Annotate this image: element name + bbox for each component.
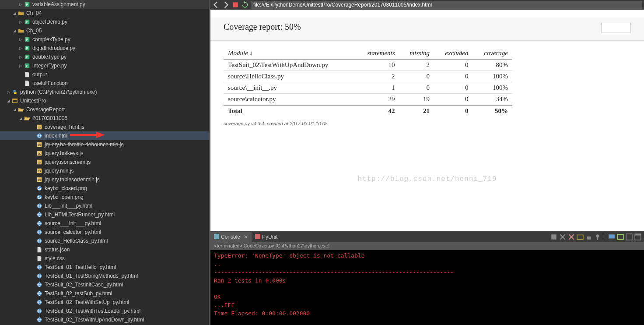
col-module[interactable]: Module ↓ [224,47,355,59]
svg-point-30 [37,195,42,200]
url-field[interactable] [251,1,642,9]
tree-item[interactable]: source_calcutor_py.html [0,228,209,237]
tree-item[interactable]: Lib___init___py.html [0,201,209,210]
tree-item[interactable]: JSjquery.isonscreen.js [0,158,209,166]
expand-arrow-icon[interactable]: ◢ [5,99,11,103]
tree-item[interactable]: TestSuit_02_TestinitCase_py.html [0,280,209,289]
tree-item[interactable]: keybd_closed.png [0,184,209,193]
tree-item[interactable]: JSjquery.ba-throttle-debounce.min.js [0,140,209,149]
tree-item[interactable]: index.html [0,131,209,140]
close-icon[interactable]: ✕ [244,234,248,240]
tree-item[interactable]: status.json [0,245,209,254]
tree-item[interactable]: TestSuit_01_TestHello_py.html [0,263,209,272]
terminate-icon[interactable] [550,233,557,240]
tree-item[interactable]: ▷PcomplexType.py [0,35,209,44]
expand-arrow-icon[interactable]: ◢ [11,28,18,33]
table-row[interactable]: source\__init__.py100100% [224,82,512,94]
tree-item[interactable]: source_HelloClass_py.html [0,237,209,245]
svg-text:JS: JS [38,170,41,173]
tree-item[interactable]: TestSuit_01_TestStringMethods_py.html [0,272,209,280]
tree-item[interactable]: ▷PdoubleType.py [0,53,209,61]
svg-text:P: P [26,64,28,67]
tree-item[interactable]: TestSuit_02_TestWithUpAndDown_py.html [0,315,209,324]
expand-arrow-icon[interactable]: ▷ [18,2,24,7]
project-explorer[interactable]: ▷PvariableAssignment.py◢Ch_04▷PobjectDem… [0,0,209,325]
col-excluded[interactable]: excluded [434,47,472,59]
col-statements[interactable]: statements [355,47,399,59]
tree-item[interactable]: JSjquery.hotkeys.js [0,149,209,158]
tree-item[interactable]: TestSuit_02_TestWithSetUp_py.html [0,298,209,307]
tree-item[interactable]: output [0,70,209,79]
back-button[interactable] [212,1,220,9]
table-row[interactable]: source\HelloClass.py200100% [224,71,512,82]
tab-console[interactable]: Console ✕ [210,232,252,242]
remove-icon[interactable] [559,233,566,240]
remove-all-icon[interactable] [568,233,575,240]
cell-module: source\calcutor.py [224,94,355,106]
tree-item[interactable]: ▷PintegerType.py [0,61,209,70]
filter-input[interactable] [601,23,631,32]
tree-item[interactable]: keybd_open.png [0,193,209,201]
table-row[interactable]: TestSuit_02\TestWithUpAndDown.py102080% [224,59,512,71]
console-line: ...FFF [214,301,640,310]
tree-item[interactable]: source___init___py.html [0,219,209,228]
stop-button[interactable] [231,1,239,9]
tree-item[interactable]: usefullFunction [0,79,209,88]
folder-icon [18,27,24,34]
expand-arrow-icon[interactable]: ▷ [18,64,24,68]
expand-arrow-icon[interactable]: ▷ [18,20,24,24]
tree-item[interactable]: TestSuit_02_testSub_py.html [0,289,209,298]
tree-item[interactable]: ◢CoverageReport [0,105,209,114]
console-line: ----------------------------------------… [214,268,640,277]
tree-item[interactable]: ◢Ch_04 [0,9,209,18]
tree-item[interactable]: ▷PobjectDemo.py [0,18,209,26]
table-row[interactable]: source\calcutor.py2919034% [224,94,512,106]
col-coverage[interactable]: coverage [473,47,513,59]
maximize-icon[interactable] [634,233,641,240]
expand-arrow-icon[interactable]: ▷ [18,46,24,50]
tree-item[interactable]: Lib_HTMLTestRunner_py.html [0,210,209,219]
minimize-icon[interactable] [626,233,633,240]
console-output[interactable]: TypeError: 'NoneType' object is not call… [210,250,644,325]
open-console-icon[interactable] [617,233,624,240]
expand-arrow-icon[interactable]: ◢ [11,107,18,112]
tree-item[interactable]: ▷python (C:\Python27\python.exe) [0,88,209,96]
tree-item[interactable]: JSjquery.tablesorter.min.js [0,175,209,184]
tree-item[interactable]: ◢201703011005 [0,114,209,123]
refresh-button[interactable] [241,1,249,9]
tree-item[interactable]: style.css [0,254,209,263]
js-icon: JS [36,167,43,174]
tree-item[interactable]: ▷PvariableAssignment.py [0,0,209,9]
svg-text:P: P [26,3,28,6]
highlight-arrow-icon [70,132,105,139]
expand-arrow-icon[interactable]: ◢ [18,116,24,120]
pin-icon[interactable] [594,233,601,240]
cell-statements: 2 [355,71,399,82]
tree-item[interactable]: ▷PdigtalIndroduce.py [0,44,209,53]
svg-rect-51 [597,237,598,240]
tab-pyunit[interactable]: PyUnit [252,232,281,242]
tree-item[interactable]: ◢Ch_05 [0,26,209,35]
tree-item[interactable]: JScoverage_html.js [0,123,209,131]
expand-arrow-icon[interactable]: ▷ [5,90,11,94]
file-icon [24,80,31,87]
clear-icon[interactable] [577,233,584,240]
svg-text:P: P [26,56,28,59]
watermark: http://blog.csdn.net/henni_719 [357,175,497,183]
scroll-lock-icon[interactable] [585,233,592,240]
tree-item-label: source_HelloClass_py.html [45,238,108,244]
expand-arrow-icon[interactable]: ▷ [18,55,24,59]
tree-item[interactable]: ◢UnittestPro [0,96,209,105]
svg-point-28 [37,186,42,191]
forward-button[interactable] [222,1,230,9]
tree-item-label: TestSuit_01_TestStringMethods_py.html [45,273,138,279]
cell-coverage: 100% [473,71,513,82]
html-icon [36,220,43,227]
cell-missing: 0 [399,71,434,82]
expand-arrow-icon[interactable]: ◢ [11,11,18,15]
col-missing[interactable]: missing [399,47,434,59]
display-icon[interactable] [608,233,615,240]
tree-item[interactable]: TestSuit_02_TestWithTestLoader_py.html [0,307,209,315]
tree-item[interactable]: JSjquery.min.js [0,166,209,175]
expand-arrow-icon[interactable]: ▷ [18,37,24,42]
